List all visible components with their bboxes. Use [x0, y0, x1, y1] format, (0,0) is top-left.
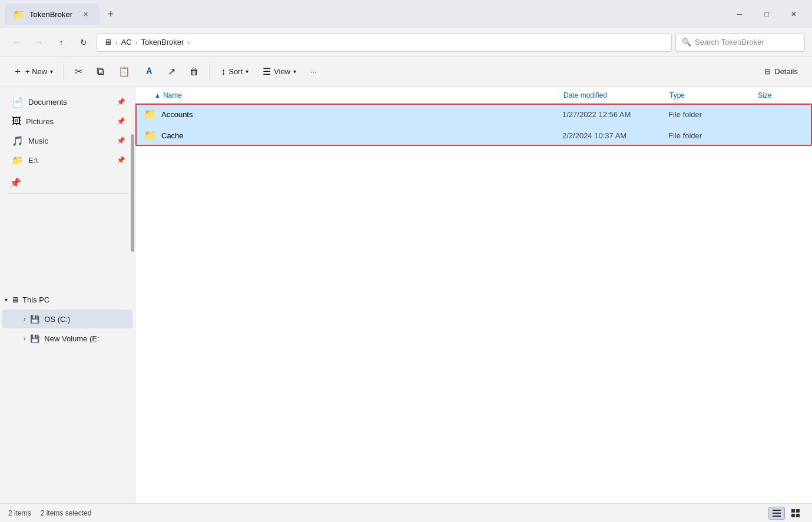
sidebar-item-edrive[interactable]: 📁 E:\ 📌 [2, 151, 132, 169]
copy-button[interactable]: ⧉ [91, 61, 110, 82]
share-icon: ↗ [168, 66, 175, 77]
table-row[interactable]: 📁 Accounts 1/27/2022 12:56 AM File folde… [135, 104, 812, 125]
sidebar-scrollbar-thumb[interactable] [131, 134, 134, 252]
new-chevron-icon: ▾ [50, 68, 53, 75]
refresh-button[interactable]: ↻ [74, 33, 93, 52]
back-button[interactable]: ← [7, 33, 26, 52]
svg-rect-6 [796, 514, 800, 517]
sidebar: 📄 Documents 📌 🖼 Pictures 📌 🎵 Music 📌 📁 E… [0, 87, 135, 503]
details-label: Details [774, 67, 798, 76]
table-row[interactable]: 📁 Cache 2/2/2024 10:37 AM File folder [135, 125, 812, 146]
cut-icon: ✂ [75, 66, 82, 77]
music-icon: 🎵 [12, 135, 24, 147]
pin-icon-pictures: 📌 [117, 117, 125, 125]
sidebar-item-music[interactable]: 🎵 Music 📌 [2, 131, 132, 150]
rename-button[interactable]: Ａ [138, 61, 160, 82]
svg-rect-5 [791, 514, 795, 517]
more-button[interactable]: ··· [304, 61, 323, 82]
sort-chevron-icon: ▾ [246, 68, 248, 75]
col-header-size[interactable]: Size [753, 87, 812, 103]
folder-icon-cache: 📁 [144, 129, 157, 142]
details-button[interactable]: ⊟ Details [757, 61, 805, 82]
view-label: View [274, 67, 290, 76]
file-col-name-accounts: 📁 Accounts [137, 108, 558, 121]
new-icon: ＋ [13, 65, 22, 78]
statusbar: 2 items 2 items selected [0, 503, 812, 522]
window-controls: ─ □ ✕ [726, 5, 807, 24]
expand-icon: ▾ [5, 297, 8, 303]
paste-button[interactable]: 📋 [112, 61, 136, 82]
address-path[interactable]: 🖥 › AC › TokenBroker › [97, 33, 672, 52]
sidebar-item-pictures[interactable]: 🖼 Pictures 📌 [2, 112, 132, 131]
file-date-accounts: 1/27/2022 12:56 AM [562, 110, 631, 119]
svg-rect-4 [796, 509, 800, 513]
list-view-button[interactable] [768, 507, 785, 520]
newvol-icon: 💾 [30, 334, 39, 343]
sidebar-label-osc: OS (C:) [44, 315, 70, 324]
new-label: + New [25, 67, 47, 76]
close-button[interactable]: ✕ [780, 5, 807, 24]
sidebar-item-newvolume[interactable]: › 💾 New Volume (E: [2, 329, 132, 348]
file-area: ▲ Name Date modified Type Size 📁 Account… [135, 87, 812, 503]
cut-button[interactable]: ✂ [69, 61, 88, 82]
col-name-label: Name [163, 91, 182, 99]
col-header-date[interactable]: Date modified [559, 87, 665, 103]
share-button[interactable]: ↗ [162, 61, 181, 82]
sidebar-scrollbar[interactable] [130, 87, 135, 503]
sidebar-item-documents[interactable]: 📄 Documents 📌 [2, 92, 132, 111]
paste-icon: 📋 [118, 66, 130, 77]
up-button[interactable]: ↑ [52, 33, 71, 52]
tab-title: TokenBroker [29, 10, 72, 19]
details-icon: ⊟ [764, 67, 771, 76]
sidebar-label-music: Music [28, 137, 48, 145]
delete-button[interactable]: 🗑 [184, 61, 205, 82]
grid-view-button[interactable] [787, 507, 804, 520]
view-icon: ☰ [263, 66, 271, 77]
forward-button[interactable]: → [29, 33, 48, 52]
view-toggle-group [768, 507, 804, 520]
file-header: ▲ Name Date modified Type Size [135, 87, 812, 104]
col-header-type[interactable]: Type [665, 87, 753, 103]
view-button[interactable]: ☰ View ▾ [257, 61, 302, 82]
active-tab[interactable]: 📁 TokenBroker ✕ [5, 4, 100, 25]
newvol-expand-icon: › [24, 335, 25, 342]
pictures-icon: 🖼 [12, 116, 21, 127]
sort-button[interactable]: ↕ Sort ▾ [215, 61, 254, 82]
svg-rect-2 [773, 516, 781, 517]
osc-expand-icon: › [24, 316, 25, 322]
sidebar-spacer [0, 196, 135, 290]
search-box[interactable]: 🔍 Search TokenBroker [675, 33, 805, 52]
edrive-icon: 📁 [12, 155, 24, 166]
new-tab-button[interactable]: + [102, 5, 120, 23]
toolbar-separator-2 [210, 64, 210, 80]
address-bar: ← → ↑ ↻ 🖥 › AC › TokenBroker › 🔍 Search … [0, 28, 812, 56]
col-date-label: Date modified [564, 91, 607, 99]
sidebar-label-edrive: E:\ [28, 156, 38, 165]
path-ac: AC [121, 38, 132, 46]
sidebar-item-osc[interactable]: › 💾 OS (C:) [2, 310, 132, 328]
path-tokenbroker: TokenBroker [141, 38, 184, 46]
delete-icon: 🗑 [190, 67, 199, 77]
documents-icon: 📄 [12, 97, 24, 108]
tab-close-button[interactable]: ✕ [81, 9, 91, 19]
minimize-button[interactable]: ─ [726, 5, 753, 24]
file-col-date-cache: 2/2/2024 10:37 AM [558, 131, 664, 140]
file-col-type-cache: File folder [664, 131, 752, 140]
file-type-accounts: File folder [668, 110, 702, 119]
item-count: 2 items [8, 509, 31, 517]
col-header-name[interactable]: ▲ Name [135, 87, 559, 103]
maximize-button[interactable]: □ [753, 5, 780, 24]
pin-icon-edrive: 📌 [117, 156, 125, 164]
file-col-type-accounts: File folder [664, 110, 752, 119]
search-placeholder: Search TokenBroker [695, 38, 764, 46]
copy-icon: ⧉ [97, 65, 104, 78]
pin-icon-documents: 📌 [117, 98, 125, 106]
view-chevron-icon: ▾ [293, 68, 296, 75]
this-pc-icon: 🖥 [11, 295, 19, 304]
sidebar-divider [7, 193, 128, 194]
this-pc-section[interactable]: ▾ 🖥 This PC [0, 290, 135, 309]
new-button[interactable]: ＋ + New ▾ [7, 61, 59, 82]
file-type-cache: File folder [668, 131, 702, 140]
file-empty-area[interactable] [135, 146, 812, 503]
search-icon: 🔍 [682, 38, 691, 46]
